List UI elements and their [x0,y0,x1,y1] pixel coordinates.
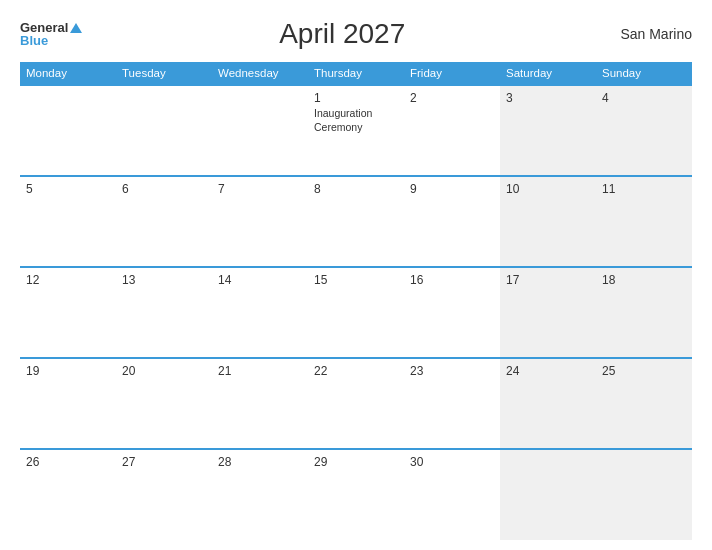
day-number: 19 [26,364,110,378]
calendar-cell: 29 [308,449,404,540]
day-number: 3 [506,91,590,105]
calendar-cell: 19 [20,358,116,449]
calendar-cell: 12 [20,267,116,358]
day-number: 23 [410,364,494,378]
day-number: 30 [410,455,494,469]
calendar-week-row: 2627282930 [20,449,692,540]
header-tuesday: Tuesday [116,62,212,85]
header-sunday: Sunday [596,62,692,85]
day-number: 14 [218,273,302,287]
day-number: 25 [602,364,686,378]
day-number: 11 [602,182,686,196]
calendar-cell [116,85,212,176]
header-wednesday: Wednesday [212,62,308,85]
day-number: 15 [314,273,398,287]
calendar-week-row: 1Inauguration Ceremony234 [20,85,692,176]
calendar-cell: 7 [212,176,308,267]
header-thursday: Thursday [308,62,404,85]
day-number: 2 [410,91,494,105]
calendar-cell: 21 [212,358,308,449]
calendar-page: General Blue April 2027 San Marino Monda… [0,0,712,550]
calendar-cell: 28 [212,449,308,540]
day-number: 9 [410,182,494,196]
calendar-cell: 4 [596,85,692,176]
day-number: 16 [410,273,494,287]
logo: General Blue [20,21,82,47]
day-number: 7 [218,182,302,196]
day-number: 8 [314,182,398,196]
day-number: 13 [122,273,206,287]
calendar-cell: 16 [404,267,500,358]
calendar-cell: 9 [404,176,500,267]
calendar-cell: 15 [308,267,404,358]
calendar-cell: 13 [116,267,212,358]
calendar-cell: 6 [116,176,212,267]
day-number: 18 [602,273,686,287]
day-number: 21 [218,364,302,378]
calendar-cell: 18 [596,267,692,358]
calendar-cell: 24 [500,358,596,449]
day-number: 26 [26,455,110,469]
calendar-cell: 14 [212,267,308,358]
weekday-header-row: Monday Tuesday Wednesday Thursday Friday… [20,62,692,85]
calendar-table: Monday Tuesday Wednesday Thursday Friday… [20,62,692,540]
day-number: 20 [122,364,206,378]
calendar-cell: 20 [116,358,212,449]
event-text: Inauguration Ceremony [314,107,398,134]
day-number: 10 [506,182,590,196]
calendar-cell: 1Inauguration Ceremony [308,85,404,176]
day-number: 22 [314,364,398,378]
day-number: 29 [314,455,398,469]
calendar-week-row: 19202122232425 [20,358,692,449]
header-monday: Monday [20,62,116,85]
calendar-cell [20,85,116,176]
calendar-cell: 2 [404,85,500,176]
calendar-cell: 30 [404,449,500,540]
calendar-cell: 25 [596,358,692,449]
day-number: 5 [26,182,110,196]
calendar-week-row: 12131415161718 [20,267,692,358]
calendar-cell: 10 [500,176,596,267]
day-number: 1 [314,91,398,105]
calendar-week-row: 567891011 [20,176,692,267]
calendar-cell [212,85,308,176]
calendar-cell: 26 [20,449,116,540]
calendar-cell: 5 [20,176,116,267]
header: General Blue April 2027 San Marino [20,18,692,50]
country-name: San Marino [602,26,692,42]
calendar-cell: 11 [596,176,692,267]
calendar-cell: 3 [500,85,596,176]
day-number: 12 [26,273,110,287]
calendar-cell: 17 [500,267,596,358]
day-number: 4 [602,91,686,105]
calendar-cell: 23 [404,358,500,449]
logo-blue-text: Blue [20,34,82,47]
calendar-cell [500,449,596,540]
header-saturday: Saturday [500,62,596,85]
header-friday: Friday [404,62,500,85]
day-number: 17 [506,273,590,287]
day-number: 27 [122,455,206,469]
calendar-cell [596,449,692,540]
calendar-cell: 22 [308,358,404,449]
day-number: 28 [218,455,302,469]
calendar-cell: 27 [116,449,212,540]
day-number: 24 [506,364,590,378]
day-number: 6 [122,182,206,196]
calendar-cell: 8 [308,176,404,267]
logo-triangle-icon [70,23,82,33]
calendar-title: April 2027 [82,18,602,50]
